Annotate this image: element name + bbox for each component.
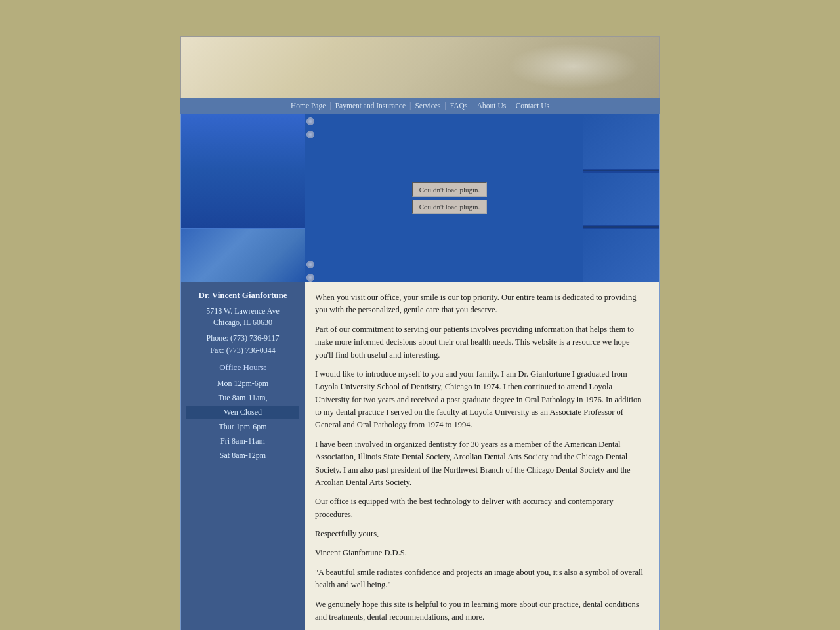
hours-fri: Fri 8am-11am <box>186 434 299 448</box>
nav-faqs[interactable]: FAQs <box>450 102 468 110</box>
content-para-4: I have been involved in organized dentis… <box>315 438 648 490</box>
doctor-name: Dr. Vincent Gianfortune <box>186 290 299 301</box>
nav-about[interactable]: About Us <box>477 102 506 110</box>
address-line2: Chicago, IL 60630 <box>186 317 299 328</box>
phone-number: Phone: (773) 736-9117 <box>186 333 299 343</box>
nav-services[interactable]: Services <box>415 102 440 110</box>
right-photo-1 <box>583 114 659 169</box>
scroll-up-button[interactable] <box>306 117 314 125</box>
hours-mon: Mon 12pm-6pm <box>186 377 299 390</box>
content-quote: "A beautiful smile radiates confidence a… <box>315 566 648 592</box>
nav-sep-3: | <box>444 101 446 110</box>
sidebar-top-image <box>181 114 304 229</box>
content-para-3: I would like to introduce myself to you … <box>315 368 648 432</box>
right-photo-panel <box>583 114 659 282</box>
main-container: Couldn't load plugin. Couldn't load plug… <box>180 114 660 282</box>
main-content-text: When you visit our office, your smile is… <box>304 282 659 630</box>
hours-wen: Wen Closed <box>186 406 299 419</box>
fax-number: Fax: (773) 736-0344 <box>186 346 299 356</box>
nav-payment[interactable]: Payment and Insurance <box>335 102 406 110</box>
fax-label: Fax: <box>210 346 224 355</box>
center-content-area: Couldn't load plugin. Couldn't load plug… <box>316 114 583 282</box>
right-photo-3 <box>583 229 659 282</box>
address-line1: 5718 W. Lawrence Ave <box>186 306 299 317</box>
content-para-last: We genuinely hope this site is helpful t… <box>315 598 648 624</box>
hours-sat: Sat 8am-12pm <box>186 449 299 463</box>
content-closing: Respectfully yours, <box>315 528 648 540</box>
page-wrapper: Home Page | Payment and Insurance | Serv… <box>180 0 660 630</box>
right-photo-2 <box>583 173 659 225</box>
plugin-error-1: Couldn't load plugin. <box>412 182 488 197</box>
hours-tue: Tue 8am-11am, <box>186 391 299 405</box>
scroll-down2-button[interactable] <box>306 274 314 282</box>
nav-contact[interactable]: Contact Us <box>516 102 549 110</box>
content-para-1: When you visit our office, your smile is… <box>315 291 648 317</box>
address: 5718 W. Lawrence Ave Chicago, IL 60630 <box>186 306 299 328</box>
office-hours-title: Office Hours: <box>186 362 299 373</box>
nav-sep-4: | <box>471 101 472 110</box>
fax-value: (773) 736-0344 <box>226 346 276 355</box>
content-signature: Vincent Gianfortune D.D.S. <box>315 547 648 559</box>
sidebar-image-panel <box>181 114 304 282</box>
sidebar-bottom-image <box>181 229 304 282</box>
scroll-up2-button[interactable] <box>306 261 314 268</box>
hours-thur: Thur 1pm-6pm <box>186 420 299 434</box>
contact-sidebar: Dr. Vincent Gianfortune 5718 W. Lawrence… <box>181 282 304 630</box>
phone-value: (773) 736-9117 <box>230 333 280 343</box>
nav-bar: Home Page | Payment and Insurance | Serv… <box>180 98 660 114</box>
header-banner <box>180 36 660 98</box>
nav-sep-2: | <box>410 101 411 110</box>
content-para-2: Part of our commitment to serving our pa… <box>315 324 648 362</box>
nav-sep-1: | <box>329 101 331 110</box>
scroll-buttons-panel <box>304 114 316 282</box>
scroll-down-button[interactable] <box>306 131 314 138</box>
plugin-error-2: Couldn't load plugin. <box>412 200 488 214</box>
nav-sep-5: | <box>510 101 511 110</box>
phone-label: Phone: <box>207 333 228 343</box>
content-para-5: Our office is equipped with the best tec… <box>315 495 648 521</box>
nav-home[interactable]: Home Page <box>291 102 326 110</box>
info-section: Dr. Vincent Gianfortune 5718 W. Lawrence… <box>180 282 660 630</box>
